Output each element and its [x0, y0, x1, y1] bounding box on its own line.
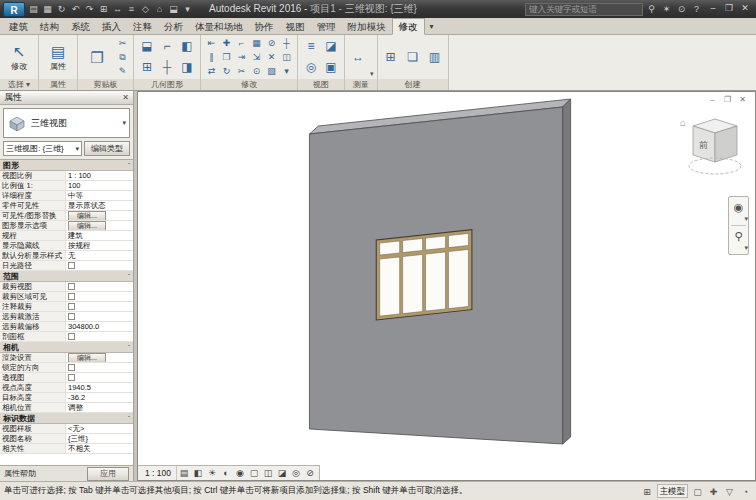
tab-manage[interactable]: 管理 — [311, 19, 342, 34]
panel-label-properties[interactable]: 属性 — [39, 79, 77, 90]
property-value[interactable]: 304800.0 — [66, 322, 133, 331]
worksets-icon[interactable]: ⊞ — [641, 485, 654, 498]
section-icon[interactable]: ⬓ — [167, 2, 180, 16]
checkbox[interactable] — [68, 293, 75, 300]
property-value[interactable]: 中等 — [66, 191, 133, 200]
split-face-icon[interactable]: ◧ — [177, 36, 197, 57]
more-tools-icon[interactable]: ▾ — [279, 64, 294, 78]
mirror-icon[interactable]: ⇄ — [204, 64, 219, 78]
rotate-icon[interactable]: ↻ — [219, 64, 234, 78]
property-value[interactable]: <无> — [66, 424, 133, 433]
scale-control[interactable]: 1 : 100 — [140, 466, 177, 480]
properties-toggle-button[interactable]: ▤ 属性 — [42, 42, 74, 72]
help-icon[interactable]: ? — [690, 2, 703, 16]
crop-view-icon[interactable]: ▢ — [247, 467, 261, 480]
paint-icon[interactable]: ◨ — [177, 57, 197, 78]
measure-icon[interactable]: ↔ — [111, 2, 124, 16]
reveal-hidden-icon[interactable]: ◎ — [301, 57, 321, 78]
tab-analyze[interactable]: 分析 — [158, 19, 189, 34]
panel-label-modify[interactable]: 修改 — [201, 79, 297, 90]
property-value[interactable]: 100 — [66, 181, 133, 190]
undo-icon[interactable]: ↶ — [69, 2, 82, 16]
checkbox[interactable] — [68, 313, 75, 320]
panel-label-select[interactable]: 选择 ▾ — [0, 79, 38, 90]
view-selector[interactable]: 三维视图: {三维} ▾ — [3, 141, 82, 156]
scale-icon[interactable]: ⇲ — [249, 50, 264, 64]
chevron-down-icon[interactable]: ▾ — [744, 244, 748, 252]
cut-profile-icon[interactable]: ◪ — [321, 36, 341, 57]
panel-label-geometry[interactable]: 几何图形 — [134, 79, 200, 90]
cut-icon[interactable]: ✂ — [115, 36, 130, 50]
property-value[interactable]: 按规程 — [66, 241, 133, 250]
tab-view[interactable]: 视图 — [280, 19, 311, 34]
design-option-control[interactable]: 主模型 — [657, 484, 689, 498]
property-value[interactable]: 调整 — [66, 403, 133, 412]
wall-joins-icon[interactable]: ┼ — [157, 57, 177, 78]
cope-icon[interactable]: ⌐ — [157, 36, 177, 57]
join-icon[interactable]: ⊞ — [137, 57, 157, 78]
qat-customize-icon[interactable]: ▾ — [181, 2, 194, 16]
section-header-extents[interactable]: 范围 ˆ — [0, 271, 133, 282]
render-dialog-icon[interactable]: ◉ — [233, 467, 247, 480]
print-icon[interactable]: ⊞ — [97, 2, 110, 16]
property-value[interactable]: 1 : 100 — [66, 171, 133, 180]
measure-tool-icon[interactable]: ↔ — [348, 47, 368, 68]
close-button[interactable]: ✕ — [737, 2, 753, 16]
edit-button[interactable]: 编辑... — [68, 353, 106, 362]
create-group-icon[interactable]: ⊞ — [381, 47, 401, 68]
edit-type-button[interactable]: 编辑类型 — [84, 141, 130, 156]
viewcube-home-icon[interactable]: ⌂ — [680, 117, 686, 128]
checkbox[interactable] — [68, 333, 75, 340]
match-type-icon[interactable]: ▧ — [264, 64, 279, 78]
edit-button[interactable]: 编辑... — [68, 211, 106, 220]
pin-icon[interactable]: ⊙ — [249, 64, 264, 78]
wall-side-face[interactable] — [563, 99, 571, 444]
search-input[interactable] — [525, 3, 643, 16]
redo-icon[interactable]: ↷ — [83, 2, 96, 16]
application-menu-button[interactable]: R — [3, 2, 25, 17]
panel-label-create[interactable]: 创建 — [378, 79, 448, 90]
thin-lines-icon[interactable]: ≡ — [301, 36, 321, 57]
reveal-hidden-icon[interactable]: ◎ — [289, 467, 303, 480]
show-crop-icon[interactable]: ◫ — [261, 467, 275, 480]
panel-label-measure[interactable]: 测量 — [345, 79, 377, 90]
copy-icon[interactable]: ⧉ — [115, 50, 130, 64]
array-icon[interactable]: ▦ — [249, 36, 264, 50]
tab-insert[interactable]: 插入 — [96, 19, 127, 34]
tab-massing-site[interactable]: 体量和场地 — [189, 19, 249, 34]
delete-icon[interactable]: ✕ — [264, 50, 279, 64]
chevron-down-icon[interactable]: ▾ — [744, 215, 748, 223]
panel-label-clipboard[interactable]: 剪贴板 — [78, 79, 133, 90]
tab-architecture[interactable]: 建筑 — [3, 19, 34, 34]
tab-systems[interactable]: 系统 — [65, 19, 96, 34]
checkbox[interactable] — [68, 283, 75, 290]
properties-help-link[interactable]: 属性帮助 — [4, 468, 36, 479]
press-drag-icon[interactable]: ✚ — [707, 485, 720, 498]
paste-button[interactable]: ❐ — [81, 48, 113, 67]
property-value[interactable]: 1940.5 — [66, 383, 133, 392]
tab-overflow-icon[interactable]: ▾ — [425, 19, 439, 34]
sync-icon[interactable]: ↻ — [55, 2, 68, 16]
dimension-icon[interactable]: ≡ — [125, 2, 138, 16]
offset-icon[interactable]: ∥ — [204, 50, 219, 64]
wall-joins-icon[interactable]: ┼ — [279, 36, 294, 50]
extend-icon[interactable]: ⇥ — [234, 50, 249, 64]
search-icon[interactable]: ⚲ — [645, 2, 658, 16]
split-icon[interactable]: ✂ — [234, 64, 249, 78]
cut-geometry-icon[interactable]: ⬓ — [137, 36, 157, 57]
unpin-icon[interactable]: ⊘ — [264, 36, 279, 50]
sun-path-icon[interactable]: ☀ — [205, 467, 219, 480]
legend-icon[interactable]: ▥ — [425, 47, 445, 68]
property-value[interactable]: 建筑 — [66, 231, 133, 240]
move-icon[interactable]: ✚ — [219, 36, 234, 50]
trim-icon[interactable]: ⌐ — [234, 36, 249, 50]
measure-dropdown-icon[interactable]: ▾ — [370, 70, 374, 78]
editable-only-icon[interactable]: ▢ — [691, 485, 704, 498]
copy-icon[interactable]: ❐ — [219, 50, 234, 64]
temp-hide-icon[interactable]: ◪ — [275, 467, 289, 480]
property-value[interactable]: 不相关 — [66, 444, 133, 453]
panel-label-view[interactable]: 视图 — [298, 79, 344, 90]
tag-icon[interactable]: ◇ — [139, 2, 152, 16]
section-header-graphics[interactable]: 图形 ˆ — [0, 160, 133, 171]
open-icon[interactable]: ▤ — [27, 2, 40, 16]
